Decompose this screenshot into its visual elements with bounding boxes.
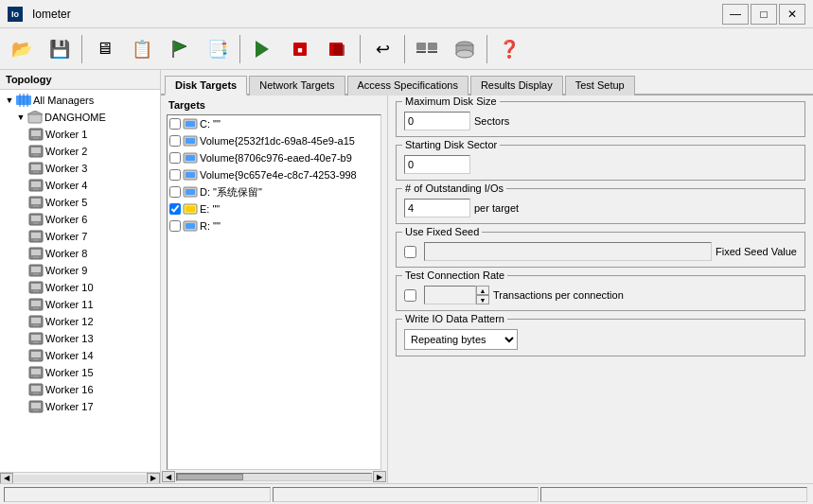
open-button[interactable]: 📂 <box>4 32 40 66</box>
toolbar-separator-1 <box>81 35 82 63</box>
tab-test-setup[interactable]: Test Setup <box>565 76 635 96</box>
target-item-vol1[interactable]: Volume{2532f1dc-69a8-45e9-a15 <box>168 132 380 149</box>
stop-all-button[interactable] <box>320 32 356 66</box>
target-checkbox-c[interactable] <box>169 118 181 130</box>
close-button[interactable]: ✕ <box>779 4 805 25</box>
sidebar-item-worker9[interactable]: Worker 9 <box>0 262 160 279</box>
tab-disk-targets[interactable]: Disk Targets <box>165 76 247 96</box>
target-checkbox-vol2[interactable] <box>169 152 181 164</box>
targets-hscrollbar[interactable]: ◀ ▶ <box>161 470 387 483</box>
worker13-icon <box>28 332 44 345</box>
outstanding-ios-input[interactable] <box>404 199 470 217</box>
sidebar-item-worker5[interactable]: Worker 5 <box>0 194 160 211</box>
spinner-down[interactable]: ▼ <box>476 295 489 304</box>
sidebar-item-worker14[interactable]: Worker 14 <box>0 347 160 364</box>
worker9-label: Worker 9 <box>45 265 87 276</box>
sidebar-item-worker8[interactable]: Worker 8 <box>0 245 160 262</box>
sidebar-scroll-right[interactable]: ▶ <box>147 473 160 484</box>
svg-rect-24 <box>31 148 41 153</box>
write-io-data-pattern-select[interactable]: Repeating bytes Pseudo random Full rando… <box>404 329 518 350</box>
sidebar-item-worker12[interactable]: Worker 12 <box>0 313 160 330</box>
flag-button[interactable] <box>162 32 198 66</box>
target-item-r[interactable]: R: "" <box>168 217 380 235</box>
svg-rect-37 <box>33 222 39 224</box>
save-button[interactable]: 💾 <box>42 32 78 66</box>
sidebar-tree[interactable]: ▼ All Managers ▼ DANGHOME <box>0 90 160 472</box>
target-label-c: C: "" <box>200 118 221 130</box>
sidebar-item-worker15[interactable]: Worker 15 <box>0 364 160 381</box>
svg-rect-60 <box>31 352 41 357</box>
targets-list[interactable]: C: "" Volume{2532f1dc-69a8-45e9-a15 <box>167 114 381 470</box>
target-icon-d <box>183 185 198 199</box>
targets-scroll-right[interactable]: ▶ <box>373 471 386 482</box>
sidebar-scroll-track[interactable] <box>14 475 146 482</box>
sidebar-item-worker10[interactable]: Worker 10 <box>0 279 160 296</box>
target-item-vol3[interactable]: Volume{9c657e4e-c8c7-4253-998 <box>168 166 380 183</box>
help-button[interactable]: ❓ <box>491 32 527 66</box>
config2-button[interactable]: 📑 <box>200 32 236 66</box>
target-icon-r <box>183 219 198 233</box>
target-checkbox-e[interactable] <box>169 203 181 215</box>
sidebar-item-worker1[interactable]: Worker 1 <box>0 126 160 143</box>
target-icon-c <box>183 117 198 130</box>
tab-access-specifications[interactable]: Access Specifications <box>347 76 468 96</box>
worker3-label: Worker 3 <box>45 163 87 174</box>
status-section-3 <box>540 487 807 502</box>
display-button[interactable]: 🖥 <box>86 32 122 66</box>
svg-rect-30 <box>31 182 41 187</box>
sidebar-item-worker17[interactable]: Worker 17 <box>0 398 160 415</box>
svg-rect-6 <box>333 44 345 56</box>
targets-section: Targets C: "" <box>161 96 388 483</box>
starting-disk-sector-input[interactable] <box>404 155 470 174</box>
target-item-d[interactable]: D: "系统保留" <box>168 183 380 200</box>
test-connection-rate-checkbox[interactable] <box>404 289 416 302</box>
use-fixed-seed-value[interactable] <box>424 242 712 261</box>
target-checkbox-vol3[interactable] <box>169 169 181 181</box>
test-connection-rate-input[interactable] <box>424 286 476 304</box>
sidebar-item-worker6[interactable]: Worker 6 <box>0 211 160 228</box>
svg-rect-9 <box>428 43 437 50</box>
target-label-vol3: Volume{9c657e4e-c8c7-4253-998 <box>200 169 357 181</box>
sidebar-item-all-managers[interactable]: ▼ All Managers <box>0 92 160 109</box>
maximize-button[interactable]: □ <box>751 4 777 25</box>
target-item-e[interactable]: E: "" <box>168 200 380 217</box>
target-item-c[interactable]: C: "" <box>168 115 380 132</box>
targets-scroll-track[interactable] <box>176 473 372 481</box>
targets-scroll-left[interactable]: ◀ <box>162 471 175 482</box>
max-disk-size-input[interactable] <box>404 112 470 130</box>
worker8-icon <box>28 247 44 260</box>
target-item-vol2[interactable]: Volume{8706c976-eaed-40e7-b9 <box>168 149 380 166</box>
use-fixed-seed-checkbox[interactable] <box>404 246 416 258</box>
sidebar-item-worker4[interactable]: Worker 4 <box>0 177 160 194</box>
worker11-icon <box>28 298 44 311</box>
manager-button[interactable] <box>409 32 445 66</box>
sidebar-item-worker2[interactable]: Worker 2 <box>0 143 160 160</box>
tab-network-targets[interactable]: Network Targets <box>249 76 345 96</box>
target-checkbox-d[interactable] <box>169 186 181 198</box>
sidebar-item-worker3[interactable]: Worker 3 <box>0 160 160 177</box>
sidebar-item-worker7[interactable]: Worker 7 <box>0 228 160 245</box>
reset-button[interactable]: ↩ <box>364 32 400 66</box>
spinner-up[interactable]: ▲ <box>476 286 489 295</box>
disk-button[interactable] <box>447 32 483 66</box>
sidebar-item-worker11[interactable]: Worker 11 <box>0 296 160 313</box>
expand-all-managers[interactable]: ▼ <box>4 95 15 106</box>
tab-results-display[interactable]: Results Display <box>470 76 563 96</box>
minimize-button[interactable]: — <box>722 4 749 25</box>
target-checkbox-vol1[interactable] <box>169 135 181 147</box>
sidebar-item-worker13[interactable]: Worker 13 <box>0 330 160 347</box>
svg-rect-48 <box>31 284 41 289</box>
sidebar-hscrollbar[interactable]: ◀ ▶ <box>0 472 160 483</box>
use-fixed-seed-row: Fixed Seed Value <box>404 242 797 261</box>
svg-rect-25 <box>33 154 39 156</box>
use-fixed-seed-label: Fixed Seed Value <box>716 246 797 257</box>
sidebar-item-danghome[interactable]: ▼ DANGHOME <box>0 109 160 126</box>
start-button[interactable] <box>244 32 280 66</box>
stop-button[interactable]: ■ <box>282 32 318 66</box>
sidebar-scroll-left[interactable]: ◀ <box>0 473 13 484</box>
sidebar-item-worker16[interactable]: Worker 16 <box>0 381 160 398</box>
target-checkbox-r[interactable] <box>169 220 181 232</box>
all-managers-icon <box>16 94 31 107</box>
expand-danghome[interactable]: ▼ <box>15 112 27 123</box>
config1-button[interactable]: 📋 <box>124 32 160 66</box>
